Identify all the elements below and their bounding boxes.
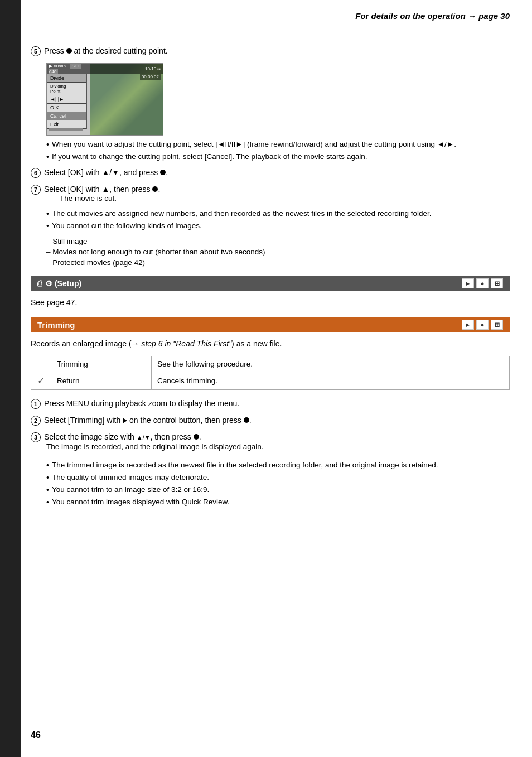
setup-icon-dot: ● (476, 278, 489, 288)
trimming-step2-block: 2 Select [Trimming] with on the control … (31, 416, 510, 426)
step6-block: 6 Select [OK] with ▲/▼, and press . (31, 168, 510, 178)
trimming-note-2-text: The quality of trimmed images may deteri… (52, 473, 209, 482)
ss-menu-ok: O K (47, 104, 86, 112)
table-row-return: ✓ Return Cancels trimming. (31, 372, 510, 390)
page-container: For details on the operation → page 30 5… (0, 0, 532, 757)
step5-text: Press at the desired cutting point. (44, 46, 510, 55)
page-header: For details on the operation → page 30 (31, 11, 510, 32)
trimming-note-2: The quality of trimmed images may deteri… (46, 473, 510, 482)
step6-text: Select [OK] with ▲/▼, and press . (44, 168, 510, 177)
trimming-description: Records an enlarged image (→ step 6 in "… (31, 339, 510, 348)
table-cell-desc-return: Cancels trimming. (152, 372, 510, 390)
page-number: 46 (31, 730, 41, 740)
trimming-table: Trimming See the following procedure. ✓ … (31, 356, 510, 390)
bullet-list-step5: When you want to adjust the cutting poin… (46, 140, 510, 161)
note-item-2: You cannot cut the following kinds of im… (46, 221, 510, 230)
trimming-header-icons: ► ● ⊞ (462, 320, 503, 330)
table-cell-icon-return: ✓ (31, 372, 51, 390)
trimming-note-4-text: You cannot trim images displayed with Qu… (52, 498, 229, 507)
ss-menu-dividing-point: DividingPoint (47, 83, 86, 95)
trimming-step2-num: 2 (31, 416, 41, 426)
bullet-dot-7 (152, 186, 158, 192)
bullet-dot-t3 (194, 434, 199, 440)
bullet-item-1-text: When you want to adjust the cutting poin… (52, 140, 456, 149)
return-checkmark-icon: ✓ (37, 376, 45, 385)
ss-topbar: ▶ 60min STD640 10/10 ▪▪ (47, 64, 163, 74)
sub-bullet-2: Movies not long enough to cut (shorter t… (46, 248, 510, 256)
ss-topbar-left: ▶ 60min STD640 (49, 63, 81, 74)
table-cell-icon-trimming (31, 356, 51, 372)
trimming-note-4: You cannot trim images displayed with Qu… (46, 498, 510, 507)
left-border (0, 0, 21, 757)
setup-icon: ⎙ (37, 279, 42, 288)
setup-icon-play: ► (462, 278, 474, 288)
bullet-item-2: If you want to change the cutting point,… (46, 152, 510, 161)
sub-bullet-1: Still image (46, 237, 510, 245)
trimming-step1-block: 1 Press MENU during playback zoom to dis… (31, 399, 510, 409)
ss-menu-divide: Divide (47, 74, 86, 83)
trimming-step3-text: Select the image size with ▲/▼, then pre… (44, 432, 510, 453)
step5-num: 5 (31, 46, 41, 56)
setup-header-icons: ► ● ⊞ (462, 278, 503, 288)
table-cell-name-return: Return (51, 372, 152, 390)
trimming-step3-block: 3 Select the image size with ▲/▼, then p… (31, 432, 510, 453)
table-row-trimming: Trimming See the following procedure. (31, 356, 510, 372)
sub-bullet-list: Still image Movies not long enough to cu… (46, 237, 510, 267)
ss-timecode: 00:00:02 (140, 74, 161, 80)
setup-label: ⎙ ⚙ (Setup) (37, 279, 81, 288)
trimming-icon-grid: ⊞ (491, 320, 503, 330)
step5-block: 5 Press at the desired cutting point. (31, 46, 510, 56)
trimming-step1-num: 1 (31, 399, 41, 409)
bullet-item-1: When you want to adjust the cutting poin… (46, 140, 510, 149)
step7-subtext: The movie is cut. (60, 194, 117, 202)
ss-progress (49, 127, 83, 131)
ss-menu: Divide DividingPoint ◄| |► O K Cancel Ex… (47, 74, 87, 129)
bullet-dot-t2 (244, 417, 249, 423)
trimming-note-1-text: The trimmed image is recorded as the new… (52, 461, 438, 470)
ss-menu-ff-rw: ◄| |► (47, 95, 86, 104)
step7-num: 7 (31, 185, 41, 195)
note-item-2-text: You cannot cut the following kinds of im… (52, 221, 202, 230)
trimming-note-3-text: You cannot trim to an image size of 3:2 … (52, 485, 209, 494)
trimming-section-header: Trimming ► ● ⊞ (31, 317, 510, 332)
trimming-step2-text: Select [Trimming] with on the control bu… (44, 416, 510, 425)
sub-bullet-3: Protected movies (page 42) (46, 258, 510, 267)
note-item-1-text: The cut movies are assigned new numbers,… (52, 209, 432, 218)
content-area: For details on the operation → page 30 5… (31, 0, 510, 507)
trimming-note-3: You cannot trim to an image size of 3:2 … (46, 485, 510, 494)
trimming-step3-num: 3 (31, 432, 41, 442)
bullet-dot-6 (160, 170, 166, 175)
step7-text: Select [OK] with ▲, then press . The mov… (44, 185, 510, 202)
table-cell-desc-trimming: See the following procedure. (152, 356, 510, 372)
bullet-dot-5 (66, 48, 72, 54)
screenshot-box: ▶ 60min STD640 10/10 ▪▪ 00:00:02 Divide … (46, 63, 163, 136)
header-text: For details on the operation → page 30 (355, 11, 510, 21)
setup-icon-grid: ⊞ (491, 278, 503, 288)
ss-topbar-right: 10/10 ▪▪ (145, 66, 161, 71)
post-step-notes: The cut movies are assigned new numbers,… (46, 209, 510, 230)
setup-label-text: ⚙ (Setup) (45, 279, 81, 288)
tri-up-down-icon: ▲/▼ (137, 434, 151, 441)
trimming-icon-dot: ● (476, 320, 489, 330)
trimming-label-text: Trimming (37, 320, 75, 330)
step7-block: 7 Select [OK] with ▲, then press . The m… (31, 185, 510, 202)
bullet-item-2-text: If you want to change the cutting point,… (52, 152, 367, 161)
trimming-note-1: The trimmed image is recorded as the new… (46, 461, 510, 470)
see-page-text: See page 47. (31, 298, 510, 307)
table-cell-name-trimming: Trimming (51, 356, 152, 372)
setup-section-header: ⎙ ⚙ (Setup) ► ● ⊞ (31, 276, 510, 291)
note-item-1: The cut movies are assigned new numbers,… (46, 209, 510, 218)
trimming-step1-text: Press MENU during playback zoom to displ… (44, 399, 510, 408)
trimming-icon-play: ► (462, 320, 474, 330)
trimming-italic-ref: step 6 in "Read This First" (141, 339, 231, 348)
trimming-step3-subtext: The image is recorded, and the original … (46, 442, 510, 451)
trimming-notes-list: The trimmed image is recorded as the new… (46, 461, 510, 507)
tri-right-icon (123, 418, 127, 423)
ss-menu-cancel: Cancel (47, 112, 86, 120)
step6-num: 6 (31, 168, 41, 178)
